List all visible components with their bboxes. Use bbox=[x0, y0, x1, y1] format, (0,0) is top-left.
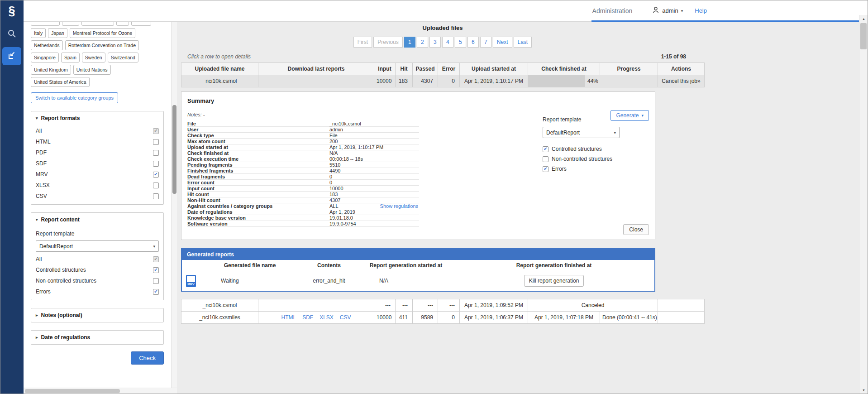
generated-file-status: Waiting bbox=[200, 271, 300, 291]
country-button-switzerland[interactable]: Switzerland bbox=[108, 53, 138, 62]
country-button-united-kingdom[interactable]: United Kingdom bbox=[31, 65, 71, 75]
cell-file-name: _nci10k.csmol bbox=[181, 299, 258, 312]
content-checkbox-non-controlled-structures[interactable] bbox=[153, 278, 159, 284]
scrollbar-thumb[interactable] bbox=[860, 23, 867, 49]
date-section-header[interactable]: ▸ Date of regulations bbox=[31, 331, 163, 344]
check-button[interactable]: Check bbox=[131, 351, 164, 365]
scrollbar-thumb[interactable] bbox=[172, 105, 176, 194]
nav-administration[interactable]: Administration bbox=[592, 7, 633, 14]
column-header-download-last-reports[interactable]: Download last reports bbox=[258, 63, 374, 75]
country-button-partial[interactable] bbox=[131, 22, 151, 26]
country-button-netherlands[interactable]: Netherlands bbox=[31, 40, 63, 50]
sidebar-item-search[interactable] bbox=[2, 25, 21, 43]
field-value-pending-fragments: 5510 bbox=[329, 162, 419, 168]
report-formats-header[interactable]: ▾ Report formats bbox=[31, 111, 163, 125]
sidebar-item-uploaded-files[interactable] bbox=[2, 47, 21, 65]
page-next[interactable]: Next bbox=[493, 37, 512, 48]
selected-template: DefaultReport bbox=[546, 130, 580, 136]
column-header-hit[interactable]: Hit bbox=[396, 63, 413, 75]
page-7[interactable]: 7 bbox=[480, 37, 491, 48]
column-header-passed[interactable]: Passed bbox=[413, 63, 438, 75]
show-regulations-link[interactable]: Show regulations bbox=[380, 203, 418, 209]
column-header-error[interactable]: Error bbox=[438, 63, 460, 75]
active-file-row[interactable]: _nci10k.csmol1000018343070Apr 1, 2019, 1… bbox=[181, 75, 705, 87]
format-checkbox-mrv[interactable]: ✔ bbox=[153, 172, 159, 178]
country-button-united-nations[interactable]: United Nations bbox=[73, 65, 111, 75]
summary-field-row: Max atom count200 bbox=[187, 139, 419, 144]
mrv-file-icon-label: MRV bbox=[186, 282, 196, 286]
user-menu[interactable]: admin ▾ bbox=[652, 6, 683, 15]
summary-field-row: Useradmin bbox=[187, 127, 419, 133]
filter-panel-scrollbar[interactable] bbox=[171, 22, 177, 388]
uploaded-files-table-continued: _nci10k.csmol------------Apr 1, 2019, 1:… bbox=[181, 299, 705, 324]
window-scrollbar[interactable]: ▲ ▼ bbox=[859, 15, 868, 394]
country-button-partial[interactable] bbox=[62, 22, 79, 26]
country-button-japan[interactable]: Japan bbox=[48, 28, 67, 38]
cancel-job-action[interactable]: Cancel this job» bbox=[658, 75, 705, 87]
notes-section-header[interactable]: ▸ Notes (optional) bbox=[31, 308, 163, 322]
summary-checkbox-non-controlled-structures[interactable] bbox=[543, 156, 548, 162]
filter-panel-hscrollbar[interactable] bbox=[24, 388, 177, 394]
download-link-sdf[interactable]: SDF bbox=[302, 314, 313, 321]
format-checkbox-xlsx[interactable] bbox=[153, 183, 159, 188]
page-6[interactable]: 6 bbox=[467, 37, 479, 48]
column-header-check-finished-at[interactable]: Check finished at bbox=[528, 63, 600, 75]
report-content-header[interactable]: ▾ Report content bbox=[31, 213, 163, 226]
page-4[interactable]: 4 bbox=[442, 37, 453, 48]
file-row[interactable]: _nci10k.csmol------------Apr 1, 2019, 1:… bbox=[181, 299, 705, 312]
format-checkbox-html[interactable] bbox=[153, 139, 159, 145]
column-header-actions[interactable]: Actions bbox=[658, 63, 705, 75]
page-3[interactable]: 3 bbox=[429, 37, 441, 48]
format-checkbox-sdf[interactable] bbox=[153, 161, 159, 167]
download-link-xlsx[interactable]: XLSX bbox=[320, 314, 334, 321]
scroll-down-arrow[interactable]: ▼ bbox=[859, 386, 868, 394]
country-button-italy[interactable]: Italy bbox=[31, 28, 46, 38]
kill-report-button[interactable]: Kill report generation bbox=[524, 275, 584, 287]
content-checkbox-controlled-structures[interactable]: ✔ bbox=[153, 267, 159, 273]
format-checkbox-pdf[interactable] bbox=[153, 150, 159, 156]
field-label-dead-fragments: Dead fragments bbox=[187, 174, 329, 180]
download-link-csv[interactable]: CSV bbox=[340, 314, 351, 321]
column-header-progress[interactable]: Progress bbox=[600, 63, 658, 75]
country-button-partial[interactable] bbox=[116, 22, 129, 26]
format-checkbox-all[interactable]: ✔ bbox=[153, 128, 159, 134]
country-button-spain[interactable]: Spain bbox=[61, 53, 80, 62]
close-button[interactable]: Close bbox=[623, 224, 649, 235]
format-checkbox-csv[interactable] bbox=[153, 193, 159, 199]
page-first[interactable]: First bbox=[353, 37, 372, 48]
column-header-upload-started-at[interactable]: Upload started at bbox=[460, 63, 528, 75]
summary-field-row: Upload started atApr 1, 2019, 1:10:17 PM bbox=[187, 144, 419, 150]
country-button-singapore[interactable]: Singapore bbox=[31, 53, 59, 62]
country-button-sweden[interactable]: Sweden bbox=[82, 53, 105, 62]
help-link[interactable]: Help bbox=[695, 7, 707, 14]
content-checkbox-errors[interactable]: ✔ bbox=[153, 289, 159, 295]
switch-category-groups-button[interactable]: Switch to available category groups bbox=[31, 92, 118, 103]
summary-field-row: Against countries / category groupsALLSh… bbox=[187, 203, 419, 209]
page-last[interactable]: Last bbox=[514, 37, 532, 48]
scroll-up-arrow[interactable]: ▲ bbox=[859, 15, 868, 23]
country-button-montreal-protocol-for-ozone[interactable]: Montreal Protocol for Ozone bbox=[70, 28, 135, 38]
format-label: SDF bbox=[36, 160, 47, 167]
file-row[interactable]: _nci10k.cxsmilesHTMLSDFXLSXCSV1000041195… bbox=[181, 312, 705, 324]
country-button-rotterdam-convention-on-trade[interactable]: Rotterdam Convention on Trade bbox=[65, 40, 139, 50]
column-header-uploaded-file-name[interactable]: Uploaded file name bbox=[181, 63, 258, 75]
generated-report-row[interactable]: MRV Waiting error_and_hit N/A Kill repor… bbox=[182, 271, 654, 291]
column-header-input[interactable]: Input bbox=[374, 63, 396, 75]
scrollbar-thumb[interactable] bbox=[25, 389, 120, 393]
generated-reports-table: Generated file nameContentsReport genera… bbox=[182, 260, 654, 291]
summary-checkbox-errors[interactable]: ✔ bbox=[543, 166, 548, 172]
summary-checkbox-controlled-structures[interactable]: ✔ bbox=[543, 146, 548, 152]
page-2[interactable]: 2 bbox=[417, 37, 428, 48]
report-content-section: ▾ Report content Report template Default… bbox=[31, 212, 164, 300]
summary-template-select[interactable]: DefaultReport ▾ bbox=[543, 127, 620, 138]
country-button-partial[interactable] bbox=[31, 22, 60, 26]
page-1[interactable]: 1 bbox=[404, 37, 415, 48]
page-5[interactable]: 5 bbox=[455, 37, 466, 48]
page-previous[interactable]: Previous bbox=[373, 37, 403, 48]
country-button-united-states-of-america[interactable]: United States of America bbox=[31, 77, 90, 87]
report-template-select[interactable]: DefaultReport ▾ bbox=[36, 240, 159, 252]
country-button-partial[interactable] bbox=[81, 22, 114, 26]
download-link-html[interactable]: HTML bbox=[281, 314, 296, 321]
section-title: Report formats bbox=[41, 115, 80, 121]
content-checkbox-all[interactable]: ✔ bbox=[153, 256, 159, 262]
